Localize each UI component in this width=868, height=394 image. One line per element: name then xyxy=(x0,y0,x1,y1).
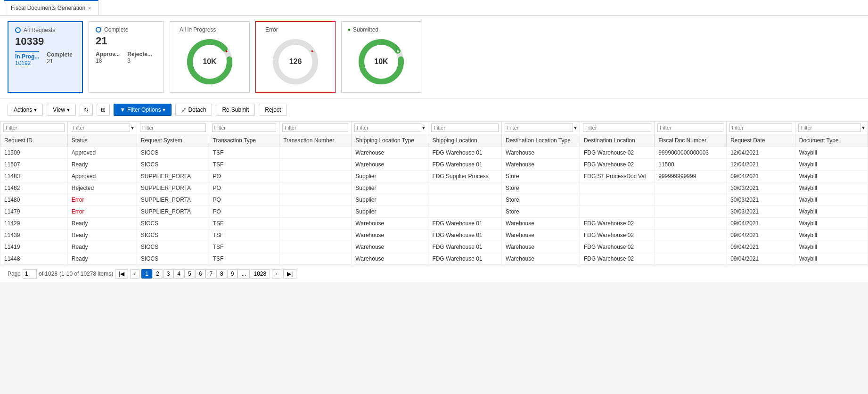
grid-view-button[interactable]: ⊞ xyxy=(97,104,110,116)
cell-ship-loc: FDG Warehouse 01 xyxy=(428,230,502,241)
cell-system: SIOCS xyxy=(137,218,209,230)
page-5-button[interactable]: 5 xyxy=(184,269,195,279)
filter-shiploctype-input[interactable] xyxy=(354,123,421,132)
filter-shiploctype-arrow-icon[interactable]: ▾ xyxy=(422,124,425,131)
cell-req-date: 30/03/2021 xyxy=(727,182,795,194)
reject-button[interactable]: Reject xyxy=(259,104,287,116)
filter-status-cell: ▾ xyxy=(67,122,137,134)
view-button[interactable]: View ▾ xyxy=(47,104,76,116)
cell-status: Error xyxy=(67,206,137,218)
filter-destloc-input[interactable] xyxy=(583,123,651,132)
cell-fiscal-doc xyxy=(655,230,727,241)
filter-options-button[interactable]: ▼ Filter Options ▾ xyxy=(114,104,172,116)
page-2-button[interactable]: 2 xyxy=(152,269,163,279)
table-row[interactable]: 11507 Ready SIOCS TSF Warehouse FDG Ware… xyxy=(0,159,868,171)
col-destination-location-type: Destination Location Type xyxy=(502,134,580,147)
page-6-button[interactable]: 6 xyxy=(195,269,206,279)
cell-dest-loc-type: Warehouse xyxy=(502,159,580,171)
refresh-button[interactable]: ↻ xyxy=(80,104,93,116)
rejected-value: 3 xyxy=(127,57,152,64)
page-9-button[interactable]: 9 xyxy=(227,269,238,279)
filter-status-arrow-icon[interactable]: ▾ xyxy=(131,124,134,131)
page-1028-button[interactable]: 1028 xyxy=(250,269,270,279)
filter-destloc-cell xyxy=(580,122,654,134)
cell-status: Ready xyxy=(67,253,137,265)
filter-icon: ▼ xyxy=(120,107,125,113)
cell-req-date: 09/04/2021 xyxy=(727,171,795,182)
filter-destloctype-arrow-icon[interactable]: ▾ xyxy=(574,124,577,131)
cell-ship-loc: FDG Supplier Process xyxy=(428,171,502,182)
cell-doc-type: Waybill xyxy=(795,182,868,194)
page-7-button[interactable]: 7 xyxy=(205,269,216,279)
table-row[interactable]: 11482 Rejected SUPPLIER_PORTA PO Supplie… xyxy=(0,182,868,194)
cell-system: SIOCS xyxy=(137,147,209,159)
all-in-progress-label: All in Progress xyxy=(180,26,216,33)
page-4-button[interactable]: 4 xyxy=(173,269,184,279)
cell-ship-loc-type: Warehouse xyxy=(352,147,428,159)
page-1-button[interactable]: 1 xyxy=(141,269,152,279)
filter-fiscaldoc-input[interactable] xyxy=(657,123,723,132)
cell-dest-loc-type: Warehouse xyxy=(502,218,580,230)
table-row[interactable]: 11448 Ready SIOCS TSF Warehouse FDG Ware… xyxy=(0,253,868,265)
submitted-chart-label: 10K xyxy=(374,57,388,66)
filter-transtype-input[interactable] xyxy=(212,123,277,132)
resubmit-button[interactable]: Re-Submit xyxy=(216,104,255,116)
cell-id: 11448 xyxy=(0,253,68,265)
tab-close-button[interactable]: × xyxy=(88,5,91,11)
filter-status-input[interactable] xyxy=(71,123,130,132)
submitted-dot xyxy=(348,29,350,31)
table-row[interactable]: 11419 Ready SIOCS TSF Warehouse FDG Ware… xyxy=(0,241,868,253)
page-8-button[interactable]: 8 xyxy=(216,269,227,279)
page-text-label: Page xyxy=(8,271,21,277)
cell-trans-type: TSF xyxy=(209,147,279,159)
table-row[interactable]: 11479 Error SUPPLIER_PORTA PO Supplier S… xyxy=(0,206,868,218)
filter-reqdate-input[interactable] xyxy=(729,123,792,132)
table-row[interactable]: 11439 Ready SIOCS TSF Warehouse FDG Ware… xyxy=(0,230,868,241)
filter-shiploc-input[interactable] xyxy=(431,123,499,132)
filter-system-input[interactable] xyxy=(140,123,206,132)
all-requests-card[interactable]: All Requests 10339 In Prog... 10192 Comp… xyxy=(8,21,83,93)
in-progress-value: 10192 xyxy=(15,60,39,66)
complete-card[interactable]: Complete 21 Approv... 18 Rejecte... 3 xyxy=(89,21,164,93)
filter-doctype-arrow-icon[interactable]: ▾ xyxy=(862,124,865,131)
rejected-sub: Rejecte... 3 xyxy=(127,51,152,64)
cell-ship-loc: FDG Warehouse 01 xyxy=(428,159,502,171)
complete-header: Complete xyxy=(96,26,157,33)
detach-button[interactable]: ⤢ Detach xyxy=(175,104,212,116)
filter-id-input[interactable] xyxy=(3,123,65,132)
error-card[interactable]: Error 126 xyxy=(255,21,336,93)
page-3-button[interactable]: 3 xyxy=(163,269,174,279)
first-page-button[interactable]: |◀ xyxy=(115,269,128,279)
next-page-button[interactable]: › xyxy=(272,269,281,279)
cell-system: SUPPLIER_PORTA xyxy=(137,206,209,218)
page-number-input[interactable] xyxy=(23,269,37,279)
prev-page-button[interactable]: ‹ xyxy=(130,269,139,279)
filter-destloctype-input[interactable] xyxy=(505,123,573,132)
table-row[interactable]: 11483 Approved SUPPLIER_PORTA PO Supplie… xyxy=(0,171,868,182)
cell-trans-num xyxy=(279,218,352,230)
cell-trans-num xyxy=(279,182,352,194)
filter-transnum-input[interactable] xyxy=(282,123,348,132)
cell-id: 11482 xyxy=(0,182,68,194)
cell-dest-loc-type: Warehouse xyxy=(502,253,580,265)
actions-button[interactable]: Actions ▾ xyxy=(8,104,43,116)
table-row[interactable]: 11429 Ready SIOCS TSF Warehouse FDG Ware… xyxy=(0,218,868,230)
page-ellipsis[interactable]: ... xyxy=(237,269,250,279)
table-row[interactable]: 11509 Approved SIOCS TSF Warehouse FDG W… xyxy=(0,147,868,159)
filter-doctype-cell: ▾ xyxy=(795,122,868,134)
submitted-card[interactable]: Submitted 10K xyxy=(341,21,421,93)
filter-reqdate-cell xyxy=(727,122,795,134)
cell-doc-type: Waybill xyxy=(795,241,868,253)
summary-section: All Requests 10339 In Prog... 10192 Comp… xyxy=(0,16,868,99)
all-in-progress-card[interactable]: All in Progress 10K xyxy=(170,21,250,93)
cell-doc-type: Waybill xyxy=(795,218,868,230)
cell-dest-loc: FDG Warehouse 02 xyxy=(580,230,654,241)
cell-trans-type: TSF xyxy=(209,218,279,230)
cell-dest-loc: FDG Warehouse 02 xyxy=(580,147,654,159)
table-row[interactable]: 11480 Error SUPPLIER_PORTA PO Supplier S… xyxy=(0,194,868,206)
fiscal-documents-tab[interactable]: Fiscal Documents Generation × xyxy=(4,0,98,15)
all-requests-header: All Requests xyxy=(15,27,75,33)
last-page-button[interactable]: ▶| xyxy=(283,269,296,279)
filter-doctype-input[interactable] xyxy=(798,123,861,132)
cell-fiscal-doc xyxy=(655,182,727,194)
